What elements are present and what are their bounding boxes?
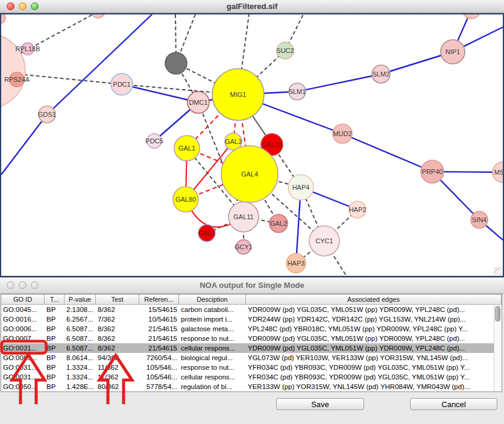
table-row[interactable]: GO:0065...BP8.0614...94/3627260/54...bio… [1, 353, 494, 363]
node-label: GDS1 [38, 111, 56, 118]
cell-test: 8/362 [96, 324, 139, 334]
zoom-button[interactable] [31, 281, 39, 289]
cell-description: protein import i... [179, 314, 246, 324]
cell-type: BP [45, 314, 65, 324]
cell-type: BP [45, 353, 65, 363]
zoom-button[interactable] [31, 2, 39, 10]
network-canvas[interactable]: RPL18BRPS24AGDS1PDC1DMC1MIG1SUC2SLM1SLM2… [0, 13, 504, 277]
cancel-button[interactable]: Cancel [410, 398, 497, 410]
table-row[interactable]: GO:0031...BP6.5087...8/36221/54615cellul… [1, 343, 494, 353]
cell-reference: 105/546... [139, 363, 179, 372]
node-label: MSL1 [494, 169, 503, 176]
network-window: galFiltered.sif RPL18BRPS24AGDS1PDC1DMC1… [0, 0, 504, 277]
table-row[interactable]: GO:0031...BP1.3324...11/362105/546...cel… [1, 372, 494, 382]
node-label: RPS24A [4, 76, 30, 83]
cell-reference: 105/546... [139, 372, 179, 382]
node-label: GAL80 [175, 196, 196, 203]
cell-test: 11/362 [96, 372, 139, 382]
cell-test: 7/362 [96, 314, 139, 324]
cell-associated_edges: YER133W (pp) YOR315W, YNL145W (pd) YHR08… [246, 382, 494, 391]
cell-test: 80/362 [96, 382, 139, 391]
cell-type: BP [45, 382, 65, 391]
node-label: SIN4 [472, 216, 487, 223]
column-header-associated_edges[interactable]: Associated edges [246, 295, 502, 304]
table-header-row: GO IDT...P-valueTestReferen...Desciption… [1, 295, 502, 305]
cell-type: BP [45, 363, 65, 372]
network-node[interactable] [462, 14, 480, 19]
cell-associated_edges: YDR009W (pd) YGL035C, YML051W (pp) YDR00… [246, 305, 494, 314]
cell-go_id: GO:0007... [1, 334, 45, 343]
cell-description: galactose meta... [179, 324, 246, 334]
cell-reference: 5778/54... [139, 382, 179, 391]
cell-p_value: 1.428E... [65, 382, 96, 391]
cell-go_id: GO:0050... [1, 382, 45, 391]
node-label: GAL2 [270, 220, 287, 227]
cell-description: response to nut... [179, 334, 246, 343]
save-button[interactable]: Save [276, 398, 364, 410]
cell-associated_edges: YFR034C (pd) YBR093C, YDR009W (pd) YGL03… [246, 372, 494, 382]
network-node[interactable] [165, 52, 187, 74]
network-edge [342, 134, 432, 172]
column-header-type[interactable]: T... [45, 295, 65, 304]
node-label: MIG1 [230, 91, 247, 98]
cell-associated_edges: YDR009W (pd) YGL035C, YML051W (pp) YDR00… [246, 343, 494, 353]
cell-associated_edges: YPL248C (pd) YBR018C, YML051W (pp) YDR00… [246, 324, 494, 334]
cell-test: 11/362 [96, 363, 139, 372]
table-body: GO:0045...BP2.1308...8/36215/54615carbon… [1, 305, 502, 391]
vertical-scrollbar[interactable] [494, 305, 502, 391]
node-label: HAP3 [288, 260, 305, 267]
table-row[interactable]: GO:0007...BP6.5087...8/36221/54615respon… [1, 334, 494, 343]
node-label: DMC1 [189, 99, 207, 106]
node-label: GAL10 [262, 141, 282, 148]
column-header-description[interactable]: Desciption [179, 295, 246, 304]
network-node[interactable] [1, 14, 5, 23]
node-label: GAL4 [241, 170, 258, 178]
minimize-button[interactable] [19, 2, 27, 10]
column-header-reference[interactable]: Referen... [139, 295, 179, 304]
column-header-go_id[interactable]: GO ID [1, 295, 45, 304]
scrollbar-thumb[interactable] [495, 306, 500, 322]
node-label: GAL11 [233, 213, 253, 220]
column-header-p_value[interactable]: P-value [65, 295, 96, 304]
close-button[interactable] [7, 281, 14, 289]
cell-go_id: GO:0031... [1, 372, 45, 382]
cell-description: carbon cataboli... [179, 305, 246, 314]
table-row[interactable]: GO:0050...BP1.428E...80/3625778/54...reg… [1, 382, 494, 391]
cell-p_value: 8.0614... [65, 353, 96, 363]
cell-description: regulation of bi... [179, 382, 246, 391]
node-label: GAL7 [198, 229, 215, 237]
cell-description: cellular respons... [179, 372, 246, 382]
window-title: NOA output for Single Mode [0, 278, 504, 293]
network-edge [1, 114, 47, 175]
table-row[interactable]: GO:0006...BP6.5087...8/36221/54615galact… [1, 324, 494, 334]
minimize-button[interactable] [19, 281, 27, 289]
node-label: GAL3 [225, 138, 242, 145]
close-button[interactable] [7, 2, 14, 10]
network-node[interactable] [92, 14, 105, 18]
cell-p_value: 1.3324... [65, 372, 96, 382]
network-edge [122, 84, 198, 102]
cell-reference: 10/54615 [139, 314, 179, 324]
node-label: MUD2 [333, 130, 351, 137]
noa-window-titlebar[interactable]: NOA output for Single Mode [0, 278, 504, 294]
cell-reference: 15/54615 [139, 305, 179, 314]
cell-test: 8/362 [96, 334, 139, 343]
table-row[interactable]: GO:0045...BP2.1308...8/36215/54615carbon… [1, 305, 494, 314]
cell-reference: 21/54615 [139, 324, 179, 334]
resize-grip-icon[interactable] [494, 267, 502, 275]
node-label: SLM1 [289, 88, 306, 95]
column-header-test[interactable]: Test [96, 295, 139, 304]
cell-test: 8/362 [96, 305, 139, 314]
cell-type: BP [45, 305, 65, 314]
table-row[interactable]: GO:0016...BP6.2567...7/36210/54615protei… [1, 314, 494, 324]
cell-p_value: 2.1308... [65, 305, 96, 314]
node-label: RPL18B [16, 45, 40, 52]
cell-test: 8/362 [96, 343, 139, 353]
cell-type: BP [45, 343, 65, 353]
cell-associated_edges: YDR009W (pd) YGL035C, YML051W (pp) YDR00… [246, 334, 494, 343]
network-window-titlebar[interactable]: galFiltered.sif [0, 0, 504, 13]
cell-p_value: 1.3324... [65, 363, 96, 372]
cell-p_value: 6.5087... [65, 343, 96, 353]
node-label: PDC1 [113, 81, 130, 88]
table-row[interactable]: GO:0031...BP1.3324...11/362105/546...res… [1, 363, 494, 372]
